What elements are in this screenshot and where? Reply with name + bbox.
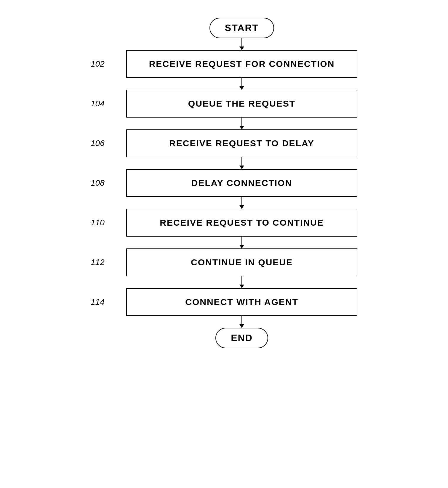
arrow-4 [126,197,357,209]
arrow-from-start [126,38,357,50]
step-114-node: CONNECT WITH AGENT [126,288,357,316]
step-104-node: QUEUE THE REQUEST [126,90,357,118]
arrow-line [241,237,242,248]
step-110-node: RECEIVE REQUEST TO CONTINUE [126,209,357,237]
step-108-label: 108 [91,178,105,188]
start-wrapper: START [126,18,357,38]
arrow-3 [126,157,357,169]
step-108-wrapper: 108 DELAY CONNECTION [91,169,357,197]
arrow-line [241,118,242,129]
step-114-wrapper: 114 CONNECT WITH AGENT [91,288,357,316]
arrow-6 [126,276,357,288]
step-112-wrapper: 112 CONTINUE IN QUEUE [91,248,357,276]
step-106-node: RECEIVE REQUEST TO DELAY [126,129,357,157]
arrow-line [241,38,242,50]
arrow-line [241,157,242,169]
arrow-5 [126,237,357,248]
step-114-label: 114 [91,297,105,307]
step-102-wrapper: 102 RECEIVE REQUEST FOR CONNECTION [91,50,357,78]
arrow-line [241,78,242,90]
step-102-node: RECEIVE REQUEST FOR CONNECTION [126,50,357,78]
step-110-label: 110 [91,218,105,227]
step-106-wrapper: 106 RECEIVE REQUEST TO DELAY [91,129,357,157]
start-node: START [209,18,274,38]
arrow-line [241,197,242,209]
step-110-wrapper: 110 RECEIVE REQUEST TO CONTINUE [91,209,357,237]
step-106-label: 106 [91,139,105,148]
step-102-label: 102 [91,59,105,69]
step-112-label: 112 [91,258,105,267]
arrow-line [241,276,242,288]
flowchart: START 102 RECEIVE REQUEST FOR CONNECTION… [91,18,357,348]
arrow-line [241,316,242,328]
step-104-label: 104 [91,99,105,108]
step-112-node: CONTINUE IN QUEUE [126,248,357,276]
step-108-node: DELAY CONNECTION [126,169,357,197]
arrow-7 [126,316,357,328]
end-node: END [215,328,268,348]
arrow-2 [126,118,357,129]
end-wrapper: END [126,328,357,348]
arrow-1 [126,78,357,90]
step-104-wrapper: 104 QUEUE THE REQUEST [91,90,357,118]
